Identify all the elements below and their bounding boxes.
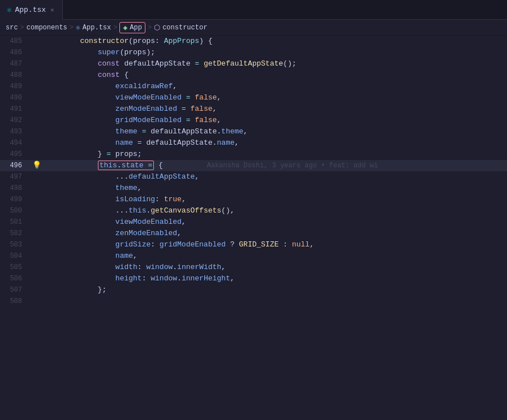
line-content-486: super(props);: [42, 47, 507, 58]
line-content-497: ...defaultAppState,: [42, 171, 507, 183]
breadcrumb-components-label: components: [27, 24, 67, 32]
line-number-485: 485: [0, 36, 31, 47]
breadcrumb-src[interactable]: src: [6, 24, 18, 32]
line-number-497: 497: [0, 171, 31, 183]
code-line-506: 506 height: window.innerHeight,: [0, 273, 507, 284]
code-line-496: 496 💡 this.state = { Aakansha Doshi, 3 y…: [0, 160, 507, 171]
code-line-501: 501 viewModeEnabled,: [0, 217, 507, 228]
code-line-502: 502 zenModeEnabled,: [0, 228, 507, 239]
code-line-505: 505 width: window.innerWidth,: [0, 262, 507, 273]
code-line-487: 487 const defaultAppState = getDefaultAp…: [0, 58, 507, 70]
line-number-507: 507: [0, 284, 31, 296]
breadcrumb-file[interactable]: ⚛ App.tsx: [76, 23, 111, 32]
line-content-506: height: window.innerHeight,: [42, 273, 507, 284]
code-line-488: 488 const {: [0, 70, 507, 81]
line-number-500: 500: [0, 205, 31, 217]
code-line-486: 486 super(props);: [0, 47, 507, 58]
line-number-508: 508: [0, 296, 31, 307]
line-content-499: isLoading: true,: [42, 194, 507, 205]
line-content-494: name = defaultAppState.name,: [42, 137, 507, 149]
code-line-497: 497 ...defaultAppState,: [0, 171, 507, 183]
line-number-496: 496: [0, 160, 31, 171]
code-line-489: 489 excalidrawRef,: [0, 81, 507, 92]
line-number-494: 494: [0, 137, 31, 149]
code-line-499: 499 isLoading: true,: [0, 194, 507, 205]
line-number-495: 495: [0, 149, 31, 160]
class-icon: ◈: [123, 23, 127, 32]
tab-label: App.tsx: [15, 6, 46, 14]
line-content-496: this.state = { Aakansha Doshi, 3 years a…: [42, 160, 507, 171]
line-content-498: theme,: [42, 183, 507, 194]
code-line-492: 492 gridModeEnabled = false,: [0, 115, 507, 126]
code-line-504: 504 name,: [0, 250, 507, 262]
code-line-493: 493 theme = defaultAppState.theme,: [0, 126, 507, 137]
line-number-501: 501: [0, 217, 31, 228]
breadcrumb: src > components > ⚛ App.tsx > ◈ App > ⬡…: [0, 20, 507, 36]
line-content-505: width: window.innerWidth,: [42, 262, 507, 273]
breadcrumb-method-label: constructor: [162, 24, 207, 32]
code-line-507: 507 };: [0, 284, 507, 296]
code-line-490: 490 viewModeEnabled = false,: [0, 92, 507, 103]
react-file-icon: ⚛: [76, 23, 80, 32]
line-number-504: 504: [0, 250, 31, 262]
git-blame-496: Aakansha Doshi, 3 years ago • feat: add …: [163, 162, 378, 170]
line-number-499: 499: [0, 194, 31, 205]
code-line-494: 494 name = defaultAppState.name,: [0, 137, 507, 149]
line-content-503: gridSize: gridModeEnabled ? GRID_SIZE : …: [42, 239, 507, 250]
line-content-485: constructor(props: AppProps) {: [42, 36, 507, 47]
code-editor: 485 constructor(props: AppProps) { 486 s…: [0, 36, 507, 420]
line-content-493: theme = defaultAppState.theme,: [42, 126, 507, 137]
line-number-486: 486: [0, 47, 31, 58]
line-number-502: 502: [0, 228, 31, 239]
breadcrumb-sep-3: >: [113, 24, 117, 32]
breadcrumb-class-label: App: [130, 24, 142, 32]
line-content-489: excalidrawRef,: [42, 81, 507, 92]
line-number-490: 490: [0, 92, 31, 103]
tab-close-button[interactable]: ✕: [49, 5, 55, 15]
breadcrumb-sep-2: >: [70, 24, 74, 32]
line-content-490: viewModeEnabled = false,: [42, 92, 507, 103]
breadcrumb-sep-1: >: [20, 24, 24, 32]
line-content-500: ...this.getCanvasOffsets(),: [42, 205, 507, 217]
line-content-495: } = props;: [42, 149, 507, 160]
line-number-487: 487: [0, 58, 31, 70]
react-icon: ⚛: [7, 5, 11, 15]
code-line-503: 503 gridSize: gridModeEnabled ? GRID_SIZ…: [0, 239, 507, 250]
code-line-485: 485 constructor(props: AppProps) {: [0, 36, 507, 47]
breadcrumb-sep-4: >: [148, 24, 152, 32]
line-content-507: };: [42, 284, 507, 296]
code-line-508: 508: [0, 296, 507, 307]
line-content-504: name,: [42, 250, 507, 262]
tab-bar: ⚛ App.tsx ✕: [0, 0, 507, 20]
breadcrumb-file-label: App.tsx: [83, 24, 111, 32]
lightbulb-icon[interactable]: 💡: [31, 160, 42, 171]
line-content-502: zenModeEnabled,: [42, 228, 507, 239]
line-content-487: const defaultAppState = getDefaultAppSta…: [42, 58, 507, 70]
line-content-491: zenModeEnabled = false,: [42, 103, 507, 115]
code-line-495: 495 } = props;: [0, 149, 507, 160]
line-number-506: 506: [0, 273, 31, 284]
breadcrumb-src-label: src: [6, 24, 18, 32]
line-number-491: 491: [0, 103, 31, 115]
breadcrumb-components[interactable]: components: [27, 24, 67, 32]
constructor-icon: ⬡: [154, 23, 160, 32]
line-number-503: 503: [0, 239, 31, 250]
line-number-505: 505: [0, 262, 31, 273]
line-number-498: 498: [0, 183, 31, 194]
highlight-this-state: this.state =: [98, 161, 154, 170]
breadcrumb-class[interactable]: ◈ App: [119, 22, 145, 33]
line-content-492: gridModeEnabled = false,: [42, 115, 507, 126]
line-number-492: 492: [0, 115, 31, 126]
line-content-488: const {: [42, 70, 507, 81]
line-number-489: 489: [0, 81, 31, 92]
breadcrumb-method[interactable]: ⬡ constructor: [154, 23, 207, 32]
line-number-488: 488: [0, 70, 31, 81]
code-line-498: 498 theme,: [0, 183, 507, 194]
tab-app-tsx[interactable]: ⚛ App.tsx ✕: [0, 0, 63, 20]
line-content-501: viewModeEnabled,: [42, 217, 507, 228]
code-line-491: 491 zenModeEnabled = false,: [0, 103, 507, 115]
code-line-500: 500 ...this.getCanvasOffsets(),: [0, 205, 507, 217]
line-number-493: 493: [0, 126, 31, 137]
